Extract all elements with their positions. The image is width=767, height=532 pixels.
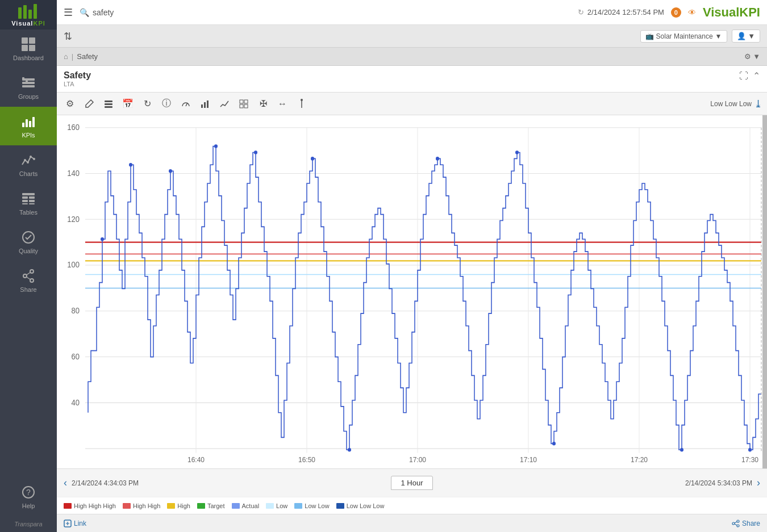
svg-point-31 (30, 279, 34, 282)
toolbar-bar-chart-icon[interactable] (197, 95, 214, 112)
sidebar-item-share[interactable]: Share (0, 261, 57, 300)
toolbar-refresh-icon[interactable]: ↻ (139, 95, 156, 112)
sidebar-item-kpis[interactable]: KPIs (0, 107, 57, 145)
toolbar-move-icon[interactable]: ✠ (255, 95, 272, 112)
toolbar-pin-icon[interactable] (293, 95, 310, 112)
trend-svg (219, 99, 230, 109)
svg-rect-7 (29, 45, 35, 51)
svg-point-30 (23, 274, 27, 278)
bar-svg (200, 99, 210, 109)
svg-rect-9 (22, 82, 35, 84)
svg-text:100: 100 (67, 261, 80, 270)
toolbar-trend-icon[interactable] (216, 95, 233, 112)
sidebar-item-dashboard[interactable]: Dashboard (0, 30, 57, 68)
svg-text:17:30: 17:30 (741, 456, 758, 464)
collapse-icon[interactable]: ⌃ (753, 70, 760, 81)
svg-point-90 (515, 150, 519, 154)
toolbar-list-icon[interactable] (100, 95, 117, 112)
legend-low-low-low: Low Low Low (336, 502, 385, 509)
chart-scrollbar[interactable] (762, 115, 767, 468)
sidebar: VisualKPI Dashboard Groups (0, 0, 57, 532)
toolbar-settings-icon[interactable]: ⚙ (61, 95, 78, 112)
time-next-button[interactable]: › (757, 477, 760, 489)
svg-text:140: 140 (67, 169, 80, 178)
legend-swatch-hh (123, 503, 131, 509)
svg-rect-0 (18, 7, 22, 19)
visualkpi-brand: VisualKPI (703, 5, 760, 20)
toolbar-grid-icon[interactable] (235, 95, 252, 112)
legend-label-h: High (177, 502, 190, 509)
scrollbar-thumb[interactable] (762, 115, 767, 468)
svg-text:16:40: 16:40 (187, 456, 205, 464)
svg-rect-11 (22, 77, 24, 79)
legend: High High High High High High Target Act… (57, 497, 767, 514)
svg-rect-36 (105, 100, 112, 102)
sidebar-item-tables[interactable]: Tables (0, 184, 57, 223)
svg-point-92 (680, 448, 683, 452)
svg-point-29 (30, 270, 34, 273)
site-selector[interactable]: 📺 Solar Maintenance ▼ (640, 30, 727, 43)
time-range-button[interactable]: 1 Hour (391, 476, 432, 490)
search-input[interactable] (93, 8, 571, 17)
legend-swatch-target (197, 503, 205, 509)
pin-svg (297, 99, 307, 109)
chevron-double-icon[interactable]: ⤓ (754, 98, 762, 110)
time-prev-button[interactable]: ‹ (64, 477, 67, 489)
svg-point-84 (169, 169, 172, 173)
home-icon[interactable]: ⌂ (64, 52, 68, 61)
sidebar-item-help[interactable]: ? Help (0, 477, 57, 516)
sidebar-item-groups[interactable]: Groups (0, 68, 57, 107)
legend-swatch-low (266, 503, 274, 509)
svg-point-88 (348, 448, 351, 452)
svg-line-32 (27, 273, 30, 275)
second-bar-right: 📺 Solar Maintenance ▼ 👤 ▼ (640, 30, 760, 43)
settings-gear-icon[interactable]: ⚙ ▼ (744, 52, 760, 61)
second-bar: ⇅ 📺 Solar Maintenance ▼ 👤 ▼ (57, 25, 767, 48)
toolbar-gauge-icon[interactable] (177, 95, 194, 112)
svg-point-93 (748, 448, 752, 452)
legend-swatch-hhh (64, 503, 72, 509)
transpara-logo: Transpara (0, 516, 57, 532)
breadcrumb-bar: ⌂ | Safety ⚙ ▼ (57, 48, 767, 66)
time-start: 2/14/2024 4:34:03 PM (72, 479, 139, 487)
kpi-header-right: ⛶ ⌃ (739, 70, 760, 81)
dashboard-label: Dashboard (13, 55, 44, 61)
legend-swatch-lll (336, 503, 344, 509)
expand-icon[interactable]: ⛶ (739, 71, 748, 81)
toolbar-edit-icon[interactable] (81, 95, 98, 112)
legend-low-low: Low Low (294, 502, 329, 509)
svg-text:17:00: 17:00 (409, 456, 426, 464)
kpi-title: Safety (64, 70, 739, 81)
sort-icon[interactable]: ⇅ (64, 30, 72, 43)
tables-label: Tables (19, 209, 37, 216)
legend-label-hhh: High High High (74, 502, 116, 509)
sidebar-logo: VisualKPI (0, 0, 57, 30)
svg-line-100 (735, 524, 737, 525)
grid-svg (239, 99, 249, 109)
svg-rect-24 (22, 200, 28, 202)
svg-rect-38 (105, 106, 112, 108)
breadcrumb-current: Safety (77, 52, 98, 61)
user-menu[interactable]: 👤 ▼ (732, 30, 761, 43)
alert-eye-icon: 👁 (688, 8, 696, 17)
svg-text:60: 60 (72, 352, 80, 361)
share-button[interactable]: Share (732, 520, 760, 527)
toolbar-resize-h-icon[interactable]: ↔ (274, 95, 291, 112)
kpi-subtitle: LTA (64, 81, 739, 87)
charts-icon (20, 152, 36, 168)
refresh-icon[interactable]: ↻ (578, 8, 584, 16)
svg-point-98 (737, 525, 739, 527)
chart-container: 160 140 120 100 80 60 40 16:40 16:50 17:… (57, 115, 767, 532)
sidebar-item-charts[interactable]: Charts (0, 145, 57, 184)
toolbar-info-icon[interactable]: ⓘ (158, 95, 175, 112)
toolbar-calendar-icon[interactable]: 📅 (119, 95, 136, 112)
footer: Link Share (57, 514, 767, 532)
svg-point-17 (24, 159, 26, 161)
link-button[interactable]: Link (64, 520, 86, 527)
sidebar-item-quality[interactable]: Quality (0, 223, 57, 261)
svg-point-97 (732, 522, 735, 525)
svg-rect-45 (240, 104, 243, 108)
menu-icon[interactable]: ☰ (64, 6, 73, 19)
svg-rect-6 (22, 45, 28, 51)
visualkpi-logo-svg (17, 3, 40, 20)
